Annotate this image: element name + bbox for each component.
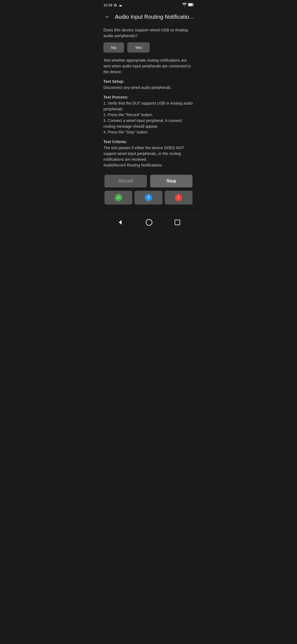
test-setup-text: Disconnect any wired audio peripherals. [103, 85, 194, 91]
nav-back-button[interactable] [117, 219, 123, 226]
yes-no-row: No Yes [103, 42, 194, 53]
back-button[interactable]: ← [103, 12, 112, 21]
wifi-icon [182, 2, 187, 7]
test-setup-section: Test Setup: Disconnect any wired audio p… [103, 79, 194, 91]
svg-marker-3 [119, 220, 122, 225]
no-button[interactable]: No [103, 42, 124, 53]
test-process-label: Test Process: [103, 95, 194, 99]
test-process-section: Test Process: 1. Verify that the DUT sup… [103, 95, 194, 135]
record-button[interactable]: Record [105, 175, 147, 187]
status-bar: 10:38 G ☁ [99, 0, 198, 9]
description-text: Test whether appropriate routing notific… [103, 58, 194, 75]
bottom-nav [99, 214, 198, 230]
nav-recent-button[interactable] [175, 220, 180, 225]
test-criteria-section: Test Criteria: The test passes if either… [103, 140, 194, 168]
test-criteria-label: Test Criteria: [103, 140, 194, 144]
pass-button[interactable]: ✓ [105, 191, 132, 204]
test-criteria-text: The test passes if either the device DOE… [103, 145, 194, 168]
test-criteria-main: The test passes if either the device DOE… [103, 146, 184, 162]
yes-button[interactable]: Yes [127, 42, 149, 53]
nav-home-button[interactable] [146, 219, 152, 226]
fail-icon: ! [175, 194, 182, 201]
cloud-icon: ☁ [119, 3, 122, 7]
info-button[interactable]: ? [134, 191, 162, 204]
main-content: Does this device support wired USB or An… [99, 25, 198, 214]
top-bar: ← Audio Input Routing Notificatio... [99, 9, 198, 25]
result-buttons: ✓ ? ! [103, 191, 194, 204]
stop-button[interactable]: Stop [150, 175, 193, 187]
question-text: Does this device support wired USB or An… [103, 27, 194, 39]
fail-button[interactable]: ! [165, 191, 193, 204]
svg-rect-1 [193, 4, 194, 6]
test-criteria-sub: AudioRecord Routing Notifications [103, 163, 162, 167]
page-title: Audio Input Routing Notificatio... [115, 14, 194, 20]
info-icon: ? [145, 194, 152, 201]
test-process-text: 1. Verify that the DUT supports USB or A… [103, 100, 194, 135]
google-icon: G [114, 3, 117, 7]
test-setup-label: Test Setup: [103, 79, 194, 84]
action-buttons: Record Stop [103, 175, 194, 187]
battery-icon [188, 2, 194, 7]
svg-rect-2 [189, 4, 192, 6]
status-bar-left: 10:38 G ☁ [103, 3, 122, 7]
status-bar-right [182, 2, 194, 7]
status-time: 10:38 [103, 3, 112, 7]
pass-icon: ✓ [115, 194, 122, 201]
